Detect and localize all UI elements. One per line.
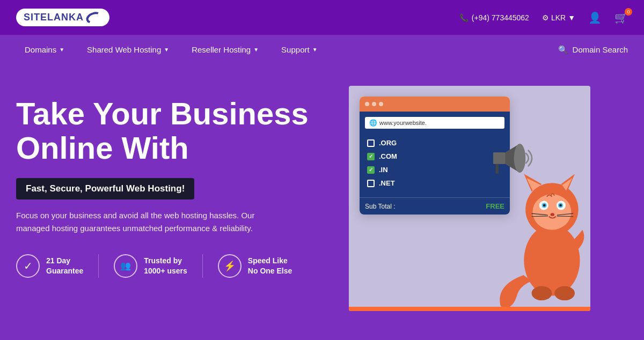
user-icon: 👤: [588, 12, 602, 24]
domain-checkbox-org: [367, 139, 375, 147]
stat-trusted-line1: Trusted by: [144, 256, 187, 265]
svg-point-13: [551, 213, 555, 216]
nav-item-domains[interactable]: Domains ▼: [16, 41, 73, 58]
svg-point-6: [532, 194, 571, 230]
browser-dot-1: [365, 102, 369, 106]
hero-title-line2: Online With: [16, 131, 349, 165]
phone-number: 📞 (+94) 773445062: [459, 13, 529, 22]
stat-speed-line2: No One Else: [248, 266, 292, 276]
speed-icon: ⚡: [218, 254, 241, 278]
hero-section: Take Your Business Online With Fast, Sec…: [0, 64, 644, 340]
nav-label-reseller: Reseller Hosting: [192, 45, 251, 54]
domain-checkbox-com: ✓: [367, 153, 375, 160]
svg-point-19: [554, 286, 575, 301]
top-right-actions: 📞 (+94) 773445062 ⚙ LKR ▼ 👤 🛒 0: [459, 11, 628, 24]
browser-dot-3: [379, 102, 383, 106]
nav-item-reseller[interactable]: Reseller Hosting ▼: [183, 41, 267, 58]
guarantee-icon: ✓: [16, 254, 40, 278]
hero-illustration: 🌐 www.yourwebsite. .ORG ✓ .COM ✓ .IN: [349, 86, 590, 311]
domain-search-label: Domain Search: [573, 45, 628, 54]
hero-badge: Fast, Secure, Powerful Web Hosting!: [16, 178, 194, 199]
svg-point-18: [532, 286, 552, 301]
stat-speed-line1: Speed Like: [248, 256, 292, 265]
hero-title-line1: Take Your Business: [16, 97, 349, 131]
logo-text: SITELANKA: [24, 12, 84, 23]
domain-label-org: .ORG: [379, 139, 397, 147]
nav-item-shared-hosting[interactable]: Shared Web Hosting ▼: [78, 41, 178, 58]
nav-arrow-support-icon: ▼: [312, 47, 318, 53]
nav-label-support: Support: [281, 45, 310, 54]
domain-label-in: .IN: [379, 166, 388, 174]
search-icon: 🔍: [558, 45, 568, 55]
browser-dot-2: [372, 102, 376, 106]
stat-guarantee-text: 21 Day Guarantee: [46, 256, 83, 275]
stat-guarantee: ✓ 21 Day Guarantee: [16, 254, 99, 278]
user-account-button[interactable]: 👤: [588, 11, 602, 24]
stat-guarantee-line1: 21 Day: [46, 256, 83, 265]
svg-point-22: [514, 144, 526, 173]
svg-rect-21: [493, 152, 506, 164]
nav-arrow-shared-icon: ▼: [164, 47, 169, 53]
currency-text: LKR: [551, 13, 566, 22]
logo-arc-icon: [84, 10, 103, 25]
top-bar: SITELANKA 📞 (+94) 773445062 ⚙ LKR ▼ 👤 🛒 …: [0, 0, 644, 35]
currency-icon: ⚙: [542, 13, 549, 22]
domain-search-button[interactable]: 🔍 Domain Search: [558, 45, 628, 55]
domain-label-net: .NET: [379, 179, 395, 187]
nav-bar: Domains ▼ Shared Web Hosting ▼ Reseller …: [0, 35, 644, 64]
orange-bottom-bar: [349, 307, 590, 311]
stat-speed-text: Speed Like No One Else: [248, 256, 292, 275]
stat-guarantee-line2: Guarantee: [46, 266, 83, 276]
cart-button[interactable]: 🛒 0: [614, 11, 628, 24]
domain-label-com: .COM: [379, 152, 397, 160]
stat-speed: ⚡ Speed Like No One Else: [218, 254, 307, 278]
nav-arrow-domains-icon: ▼: [59, 47, 64, 53]
stat-trusted-text: Trusted by 1000+ users: [144, 256, 187, 275]
megaphone-illustration: [488, 134, 537, 182]
url-globe-icon: 🌐: [369, 119, 377, 127]
url-text: www.yourwebsite.: [379, 120, 427, 126]
cart-badge: 0: [625, 8, 632, 16]
domain-checkbox-net: [367, 180, 375, 187]
nav-label-domains: Domains: [25, 45, 56, 54]
trusted-icon: 👥: [114, 254, 137, 278]
domain-checkbox-in: ✓: [367, 166, 375, 174]
stat-trusted: 👥 Trusted by 1000+ users: [114, 254, 203, 278]
nav-label-shared-hosting: Shared Web Hosting: [87, 45, 161, 54]
svg-rect-23: [496, 164, 499, 174]
currency-selector[interactable]: ⚙ LKR ▼: [542, 13, 575, 22]
nav-items: Domains ▼ Shared Web Hosting ▼ Reseller …: [16, 41, 326, 58]
hero-title: Take Your Business Online With: [16, 97, 349, 165]
logo[interactable]: SITELANKA: [16, 9, 109, 26]
currency-arrow-icon: ▼: [568, 13, 575, 22]
nav-item-support[interactable]: Support ▼: [273, 41, 326, 58]
stat-trusted-line2: 1000+ users: [144, 266, 187, 276]
svg-point-12: [559, 204, 562, 207]
hero-content: Take Your Business Online With Fast, Sec…: [16, 91, 349, 278]
hero-stats: ✓ 21 Day Guarantee 👥 Trusted by 1000+ us…: [16, 254, 349, 278]
browser-titlebar: [360, 97, 510, 112]
svg-point-9: [543, 204, 546, 207]
phone-icon: 📞: [459, 13, 469, 22]
phone-text: (+94) 773445062: [472, 13, 529, 22]
nav-arrow-reseller-icon: ▼: [253, 47, 259, 53]
sub-total-label: Sub Total :: [365, 203, 395, 210]
hero-description: Focus on your business and avoid all the…: [16, 209, 284, 235]
